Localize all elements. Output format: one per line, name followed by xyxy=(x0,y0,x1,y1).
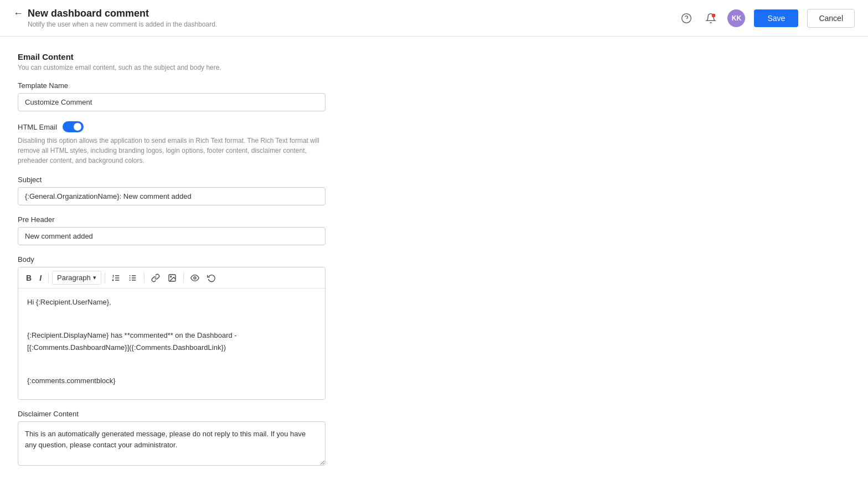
body-group: Body B I Paragraph ▾ xyxy=(18,255,326,400)
paragraph-chevron-icon: ▾ xyxy=(93,274,96,281)
undo-button[interactable] xyxy=(204,271,219,285)
svg-point-12 xyxy=(129,280,130,281)
body-label: Body xyxy=(18,255,326,264)
template-name-group: Template Name xyxy=(18,81,326,111)
svg-rect-6 xyxy=(112,277,113,278)
header: ← New dashboard comment Notify the user … xyxy=(0,0,868,37)
pre-header-label: Pre Header xyxy=(18,215,326,224)
paragraph-select[interactable]: Paragraph ▾ xyxy=(52,271,101,285)
body-line-4 xyxy=(27,358,316,370)
italic-button[interactable]: I xyxy=(36,271,45,285)
svg-point-10 xyxy=(129,275,130,276)
svg-point-0 xyxy=(682,13,691,23)
html-email-desc: Disabling this option allows the applica… xyxy=(18,136,326,166)
help-icon[interactable] xyxy=(679,11,694,26)
svg-point-11 xyxy=(129,277,130,278)
template-name-input[interactable] xyxy=(18,93,326,111)
toggle-row: HTML Email xyxy=(18,121,326,132)
disclaimer-group: Disclaimer Content This is an automatica… xyxy=(18,410,326,467)
page-title: New dashboard comment xyxy=(28,8,149,19)
disclaimer-textarea[interactable]: This is an automatically generated messa… xyxy=(18,421,326,466)
paragraph-label: Paragraph xyxy=(57,274,91,282)
email-content-section: Email Content You can customize email co… xyxy=(18,52,326,71)
link-button[interactable] xyxy=(148,271,163,285)
email-content-desc: You can customize email content, such as… xyxy=(18,64,326,71)
body-editor-content[interactable]: Hi {:Recipient.UserName}, {:Recipient.Di… xyxy=(18,288,325,399)
html-email-label: HTML Email xyxy=(18,123,57,131)
toolbar-divider-2 xyxy=(105,273,105,283)
ordered-list-button[interactable] xyxy=(108,271,124,285)
subject-input[interactable] xyxy=(18,187,326,205)
bold-button[interactable]: B xyxy=(23,271,35,285)
body-line-1: Hi {:Recipient.UserName}, xyxy=(27,296,316,308)
toolbar-divider-1 xyxy=(48,273,49,283)
header-title-row: ← New dashboard comment xyxy=(13,8,217,19)
notification-icon[interactable] xyxy=(703,11,719,26)
back-button[interactable]: ← xyxy=(13,8,23,19)
body-editor: B I Paragraph ▾ xyxy=(18,267,326,400)
html-email-toggle[interactable] xyxy=(63,121,84,132)
header-actions: KK Save Cancel xyxy=(679,9,855,28)
cancel-button[interactable]: Cancel xyxy=(807,9,855,28)
unordered-list-button[interactable] xyxy=(125,271,141,285)
body-line-2 xyxy=(27,313,316,325)
body-line-3: {:Recipient.DisplayName} has **commented… xyxy=(27,329,316,354)
toolbar-divider-3 xyxy=(144,273,144,283)
header-left: ← New dashboard comment Notify the user … xyxy=(13,8,217,28)
page-subtitle: Notify the user when a new comment is ad… xyxy=(28,20,217,28)
avatar[interactable]: KK xyxy=(727,9,745,27)
subject-label: Subject xyxy=(18,176,326,184)
preview-button[interactable] xyxy=(187,271,203,285)
editor-toolbar: B I Paragraph ▾ xyxy=(18,267,325,288)
email-content-title: Email Content xyxy=(18,52,326,61)
toolbar-divider-4 xyxy=(183,273,184,283)
html-email-group: HTML Email Disabling this option allows … xyxy=(18,121,326,166)
subject-group: Subject xyxy=(18,176,326,205)
pre-header-group: Pre Header xyxy=(18,215,326,245)
svg-point-2 xyxy=(712,13,716,17)
toggle-slider xyxy=(63,121,84,132)
image-button[interactable] xyxy=(164,271,180,285)
save-button[interactable]: Save xyxy=(754,9,798,27)
svg-point-15 xyxy=(194,277,196,279)
disclaimer-label: Disclaimer Content xyxy=(18,410,326,418)
template-name-label: Template Name xyxy=(18,81,326,90)
body-line-6 xyxy=(27,392,316,399)
pre-header-input[interactable] xyxy=(18,227,326,245)
main-content: Email Content You can customize email co… xyxy=(0,37,343,490)
body-line-5: {:comments.commentblock} xyxy=(27,375,316,387)
svg-point-14 xyxy=(170,276,171,277)
